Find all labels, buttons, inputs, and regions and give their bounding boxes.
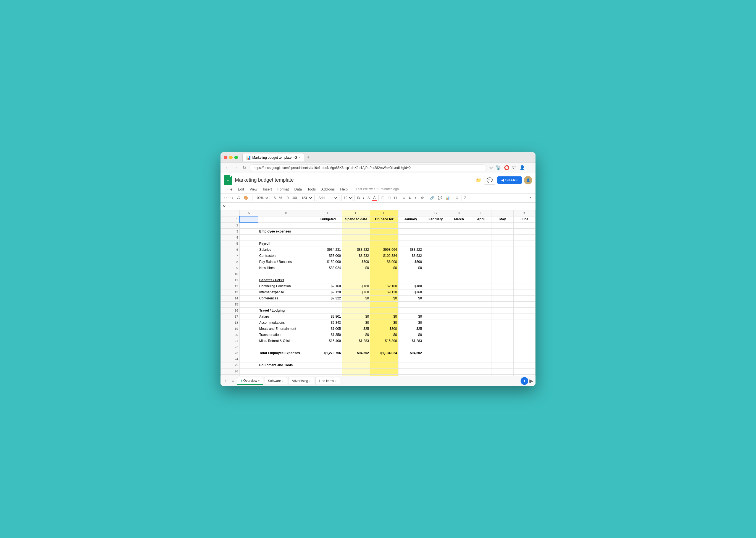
cell-h9[interactable] [448, 265, 470, 271]
cell-j9[interactable] [492, 265, 514, 271]
share-button[interactable]: ◀ SHARE [497, 176, 522, 184]
cell-k10[interactable] [513, 271, 535, 277]
cell-f8[interactable]: $500 [398, 259, 423, 265]
cell-h11[interactable] [448, 277, 470, 283]
cell-h23[interactable] [448, 350, 470, 356]
cast-icon[interactable]: 📡 [496, 165, 501, 170]
cell-e1[interactable]: On pace for [370, 216, 398, 222]
percent-button[interactable]: % [278, 195, 284, 201]
cell-i22[interactable] [470, 344, 492, 350]
cell-i20[interactable] [470, 332, 492, 338]
font-color-button[interactable]: A [372, 195, 377, 201]
cell-d13[interactable]: $760 [342, 289, 370, 295]
url-input[interactable]: https://docs.google.com/spreadsheets/d/1… [249, 165, 487, 171]
cell-j7[interactable] [492, 253, 514, 259]
cell-i19[interactable] [470, 326, 492, 332]
cell-f24[interactable] [398, 356, 423, 362]
cell-d19[interactable]: $25 [342, 326, 370, 332]
cell-h2[interactable] [448, 222, 470, 228]
col-header-h[interactable]: H [448, 210, 470, 216]
menu-addons[interactable]: Add-ons [319, 186, 337, 192]
cell-j11[interactable] [492, 277, 514, 283]
cell-h20[interactable] [448, 332, 470, 338]
cell-e24[interactable] [370, 356, 398, 362]
cell-a2[interactable] [239, 222, 258, 228]
cell-d3[interactable] [342, 228, 370, 235]
cell-g27[interactable] [423, 374, 448, 376]
cell-f27[interactable] [398, 374, 423, 376]
cell-h26[interactable] [448, 368, 470, 374]
cell-j12[interactable] [492, 283, 514, 289]
advertising-tab-dropdown[interactable]: ▾ [309, 380, 311, 383]
cell-d10[interactable] [342, 271, 370, 277]
cell-d23[interactable]: $94,502 [342, 350, 370, 356]
cell-b8[interactable]: Pay Raises / Bonuses [258, 259, 314, 265]
cell-j15[interactable] [492, 301, 514, 307]
cell-h15[interactable] [448, 301, 470, 307]
menu-data[interactable]: Data [291, 186, 305, 192]
cell-h3[interactable] [448, 228, 470, 235]
cell-i23[interactable] [470, 350, 492, 356]
font-family-select[interactable]: Arial [316, 195, 338, 201]
cell-i24[interactable] [470, 356, 492, 362]
cell-k19[interactable] [513, 326, 535, 332]
cell-b9[interactable]: New Hires [258, 265, 314, 271]
cell-j26[interactable] [492, 368, 514, 374]
cell-e7[interactable]: $102,384 [370, 253, 398, 259]
cell-a10[interactable] [239, 271, 258, 277]
cell-c9[interactable]: $88,024 [314, 265, 342, 271]
cell-g25[interactable] [423, 362, 448, 368]
cell-b27[interactable]: Hardware [258, 374, 314, 376]
cell-k23[interactable] [513, 350, 535, 356]
cell-k8[interactable] [513, 259, 535, 265]
fill-color-button[interactable]: ⬡ [380, 195, 386, 201]
cell-k12[interactable] [513, 283, 535, 289]
cell-k14[interactable] [513, 295, 535, 301]
cell-g10[interactable] [423, 271, 448, 277]
cell-b6[interactable]: Salaries [258, 246, 314, 253]
cell-k20[interactable] [513, 332, 535, 338]
cell-f5[interactable] [398, 241, 423, 246]
lineitems-tab-dropdown[interactable]: ▾ [335, 380, 336, 383]
cell-h4[interactable] [448, 235, 470, 241]
cell-a3[interactable] [239, 228, 258, 235]
cell-f11[interactable] [398, 277, 423, 283]
cell-j13[interactable] [492, 289, 514, 295]
cell-c26[interactable] [314, 368, 342, 374]
explore-button[interactable]: ✦ [521, 377, 528, 385]
italic-button[interactable]: I [362, 195, 366, 201]
cell-f16[interactable] [398, 307, 423, 313]
cell-k16[interactable] [513, 307, 535, 313]
cell-f19[interactable]: $25 [398, 326, 423, 332]
cell-d21[interactable]: $1,283 [342, 338, 370, 344]
cell-f1[interactable]: January [398, 216, 423, 222]
maximize-button[interactable] [234, 156, 238, 159]
cell-j23[interactable] [492, 350, 514, 356]
new-tab-button[interactable]: + [305, 155, 312, 160]
cell-e3[interactable] [370, 228, 398, 235]
cell-f12[interactable]: $180 [398, 283, 423, 289]
cell-c14[interactable]: $7,322 [314, 295, 342, 301]
back-button[interactable]: ← [224, 165, 230, 171]
cell-b18[interactable]: Accommodations [258, 320, 314, 326]
cell-c27[interactable] [314, 374, 342, 376]
cell-k27[interactable] [513, 374, 535, 376]
sheet-tab-software[interactable]: Software ▾ [264, 377, 287, 385]
cell-b23[interactable]: Total Employee Expenses [258, 350, 314, 356]
cell-e22[interactable] [370, 344, 398, 350]
cell-i4[interactable] [470, 235, 492, 241]
cell-k18[interactable] [513, 320, 535, 326]
cell-i8[interactable] [470, 259, 492, 265]
cell-g19[interactable] [423, 326, 448, 332]
cell-a12[interactable] [239, 283, 258, 289]
cell-e17[interactable]: $0 [370, 313, 398, 320]
cell-j20[interactable] [492, 332, 514, 338]
menu-format[interactable]: Format [275, 186, 291, 192]
cell-j22[interactable] [492, 344, 514, 350]
comment-button[interactable]: 💬 [484, 176, 495, 185]
cell-h18[interactable] [448, 320, 470, 326]
cell-f18[interactable]: $0 [398, 320, 423, 326]
cell-a22[interactable] [239, 344, 258, 350]
cell-c19[interactable]: $1,005 [314, 326, 342, 332]
cell-b2[interactable] [258, 222, 314, 228]
